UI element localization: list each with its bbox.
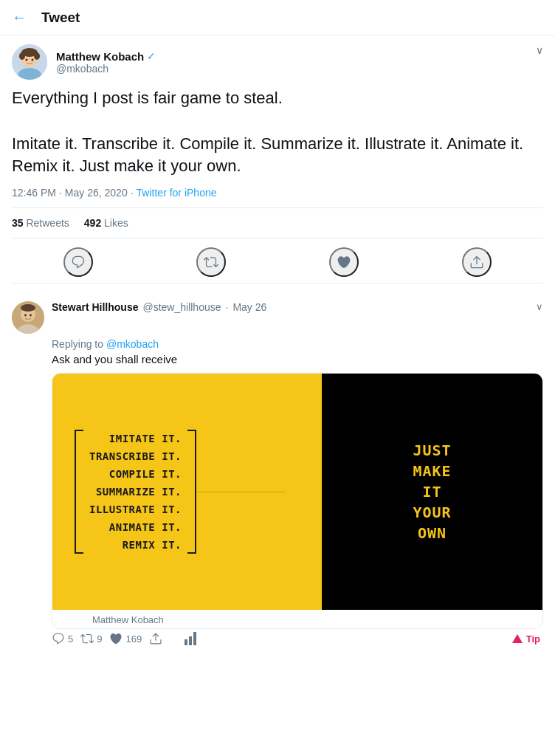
tweet-source[interactable]: Twitter for iPhone [137, 187, 217, 199]
reply-reply-button[interactable]: 5 [52, 629, 80, 648]
reply-text: Ask and you shall receive [52, 353, 543, 365]
reply-button[interactable] [63, 247, 93, 277]
retweet-button[interactable] [196, 247, 226, 277]
tweet-image[interactable]: IMITATE IT. TRANSCRIBE IT. COMPILE IT. S… [52, 373, 543, 629]
list-item: COMPILE IT. [89, 465, 182, 483]
list-item: REMIX IT. [89, 536, 182, 554]
reply-author-name[interactable]: Stewart Hillhouse [52, 301, 138, 313]
tweet-time: 12:46 PM [12, 187, 56, 199]
author-name[interactable]: Matthew Kobach [56, 50, 144, 63]
svg-point-11 [21, 304, 35, 312]
svg-point-13 [30, 315, 32, 317]
infographic-right: JUSTMAKEITYOUROWN [322, 374, 542, 610]
page-title: Tweet [41, 10, 80, 26]
main-tweet: Matthew Kobach ✓ @mkobach ∨ Everything I… [0, 35, 555, 292]
infographic-right-text: JUSTMAKEITYOUROWN [413, 440, 452, 543]
reply-action-bar: 5 9 169 Tip [52, 629, 543, 648]
svg-point-6 [26, 59, 28, 61]
tip-label: Tip [526, 633, 540, 645]
infographic-left: IMITATE IT. TRANSCRIBE IT. COMPILE IT. S… [52, 374, 322, 610]
reply-retweet-count: 9 [97, 633, 102, 645]
retweet-count[interactable]: 35 Retweets [12, 217, 69, 229]
reply-chevron-icon[interactable]: ∨ [536, 301, 543, 312]
reply-like-button[interactable]: 169 [109, 629, 149, 648]
reply-avatar [12, 301, 44, 334]
svg-point-12 [24, 315, 27, 317]
svg-point-7 [32, 59, 34, 61]
meta-separator: · [59, 187, 62, 199]
svg-point-5 [34, 52, 40, 60]
reply-count: 5 [68, 633, 73, 645]
author-name-row: Matthew Kobach ✓ [56, 50, 156, 63]
reply-retweet-button[interactable]: 9 [80, 629, 109, 648]
tip-icon [512, 634, 523, 643]
tweet-author-row: Matthew Kobach ✓ @mkobach ∨ [12, 44, 543, 80]
bracket-list: IMITATE IT. TRANSCRIBE IT. COMPILE IT. S… [89, 430, 182, 554]
tweet-text: Everything I post is fair game to steal.… [12, 87, 543, 178]
svg-point-4 [19, 52, 25, 60]
bar2 [189, 636, 192, 645]
tweet-date: May 26, 2020 [65, 187, 128, 199]
reply-meta: Stewart Hillhouse @stew_hillhouse · May … [52, 301, 536, 313]
verified-icon: ✓ [147, 50, 156, 62]
tweet-action-bar [12, 241, 543, 284]
tweet-stats: 35 Retweets 492 Likes [12, 207, 543, 238]
list-item: SUMMARIZE IT. [89, 483, 182, 501]
like-count[interactable]: 492 Likes [84, 217, 128, 229]
reply-tweet: Stewart Hillhouse @stew_hillhouse · May … [0, 292, 555, 657]
back-button[interactable]: ← [12, 9, 27, 26]
bar1 [185, 639, 187, 645]
chevron-down-icon[interactable]: ∨ [536, 44, 543, 56]
author-details: Matthew Kobach ✓ @mkobach [56, 50, 156, 75]
reply-to-label: Replying to @mkobach [52, 338, 543, 350]
analytics-button[interactable] [185, 632, 196, 645]
reply-like-count: 169 [125, 633, 142, 645]
reply-share-button[interactable] [149, 629, 170, 648]
meta-separator-2: · [131, 187, 134, 199]
list-item: IMITATE IT. [89, 430, 182, 447]
reply-to-handle[interactable]: @mkobach [106, 338, 159, 350]
reply-header: Stewart Hillhouse @stew_hillhouse · May … [12, 301, 543, 334]
infographic: IMITATE IT. TRANSCRIBE IT. COMPILE IT. S… [52, 374, 542, 610]
bar3 [193, 632, 196, 645]
reply-date-val: May 26 [232, 301, 266, 313]
list-item: TRANSCRIBE IT. [89, 447, 182, 465]
horizontal-connector [196, 492, 285, 492]
tweet-author-info: Matthew Kobach ✓ @mkobach [12, 44, 156, 80]
bracket-right [187, 430, 196, 554]
header: ← Tweet [0, 0, 555, 35]
like-button[interactable] [329, 247, 359, 277]
reply-author-handle[interactable]: @stew_hillhouse [142, 301, 221, 313]
share-button[interactable] [462, 247, 492, 277]
tweet-meta: 12:46 PM · May 26, 2020 · Twitter for iP… [12, 187, 543, 199]
avatar [12, 44, 47, 80]
bracket-left [75, 430, 83, 554]
tip-button[interactable]: Tip [512, 633, 543, 645]
reply-author-details: Stewart Hillhouse @stew_hillhouse · May … [52, 301, 536, 313]
list-item: ANIMATE IT. [89, 518, 182, 536]
list-item: ILLUSTRATE IT. [89, 501, 182, 518]
card-attribution: Matthew Kobach [92, 610, 542, 628]
reply-date: · [226, 301, 229, 313]
analytics-icon [185, 632, 196, 645]
author-handle[interactable]: @mkobach [56, 63, 156, 75]
bracket-container: IMITATE IT. TRANSCRIBE IT. COMPILE IT. S… [75, 430, 307, 554]
